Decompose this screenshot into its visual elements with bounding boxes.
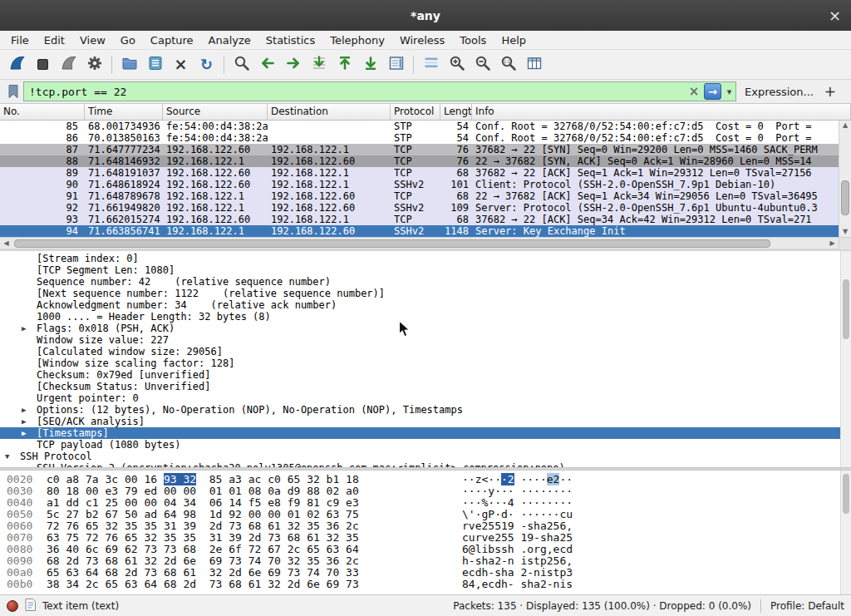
detail-line[interactable]: Acknowledgment number: 34 (relative ack … xyxy=(0,299,851,311)
capture-options-button[interactable] xyxy=(81,52,107,76)
colorize-button[interactable] xyxy=(418,52,444,76)
collapse-icon[interactable]: ▼ xyxy=(5,451,20,462)
next-packet-button[interactable] xyxy=(280,52,306,76)
last-packet-button[interactable] xyxy=(357,52,383,76)
hex-row-0070[interactable]: 007063 75 72 76 65 32 35 35 31 39 2d 73 … xyxy=(0,532,851,544)
scroll-right-icon[interactable]: ▶ xyxy=(826,239,839,247)
menu-tools[interactable]: Tools xyxy=(452,32,494,48)
expand-icon[interactable]: ▶ xyxy=(22,416,37,427)
expand-icon[interactable]: ▶ xyxy=(22,427,37,439)
reload-file-button[interactable]: ↻ xyxy=(194,52,219,76)
hex-row-0030[interactable]: 003080 18 00 e3 79 ed 00 00 01 01 08 0a … xyxy=(0,485,851,497)
detail-line[interactable]: ▶[SEQ/ACK analysis] xyxy=(0,416,851,427)
packet-list-vscrollbar[interactable]: ▲ ▼ xyxy=(839,121,851,237)
detail-line[interactable]: Checksum: 0x79ed [unverified] xyxy=(0,369,851,381)
menu-file[interactable]: File xyxy=(3,32,37,48)
filter-clear-icon[interactable]: × xyxy=(686,84,702,99)
detail-line[interactable]: [TCP Segment Len: 1080] xyxy=(0,264,851,276)
detail-line[interactable]: Urgent pointer: 0 xyxy=(0,392,851,404)
column-header-source[interactable]: Source xyxy=(163,104,268,120)
start-capture-button[interactable] xyxy=(4,52,30,76)
packet-row-94[interactable]: 9471.663856741192.168.122.1192.168.122.6… xyxy=(0,225,839,237)
scroll-down-icon[interactable]: ▼ xyxy=(839,227,851,237)
titlebar[interactable]: *any × xyxy=(0,0,851,31)
first-packet-button[interactable] xyxy=(332,52,357,76)
packet-row-91[interactable]: 9171.648789678192.168.122.1192.168.122.6… xyxy=(0,190,839,202)
hex-row-0090[interactable]: 009068 2d 73 68 61 32 2d 6e 69 73 74 70 … xyxy=(0,555,851,567)
scrollbar-thumb[interactable] xyxy=(843,474,849,514)
detail-line[interactable]: Window size value: 227 xyxy=(0,334,851,346)
packet-row-92[interactable]: 9271.661949820192.168.122.1192.168.122.6… xyxy=(0,202,839,214)
close-file-button[interactable]: × xyxy=(168,52,194,76)
packet-list-hscrollbar[interactable]: ◀ ▶ xyxy=(0,237,851,249)
filter-add-button[interactable]: + xyxy=(819,83,841,100)
packet-row-89[interactable]: 8971.648191037192.168.122.60192.168.122.… xyxy=(0,167,839,179)
menu-capture[interactable]: Capture xyxy=(143,32,201,48)
save-file-button[interactable] xyxy=(142,52,168,76)
column-header-info[interactable]: Info xyxy=(472,104,851,120)
zoom-out-button[interactable] xyxy=(470,52,495,76)
menu-go[interactable]: Go xyxy=(113,32,143,48)
filter-dropdown-icon[interactable]: ▾ xyxy=(723,86,735,97)
zoom-in-button[interactable] xyxy=(444,52,470,76)
packet-row-87[interactable]: 8771.647777234192.168.122.60192.168.122.… xyxy=(0,144,839,155)
detail-line[interactable]: [Stream index: 0] xyxy=(0,253,851,264)
filter-input[interactable]: !tcp.port == 22 xyxy=(24,86,686,98)
scrollbar-thumb[interactable] xyxy=(841,180,849,215)
resize-columns-button[interactable] xyxy=(521,52,547,76)
hscroll-track[interactable] xyxy=(12,239,826,249)
detail-line[interactable]: [Calculated window size: 29056] xyxy=(0,346,851,357)
expert-info-icon[interactable] xyxy=(7,600,18,612)
menu-analyze[interactable]: Analyze xyxy=(201,32,258,48)
column-header-no[interactable]: No. xyxy=(0,104,85,120)
stop-capture-button[interactable] xyxy=(30,52,56,76)
column-header-length[interactable]: Length xyxy=(440,104,472,120)
menu-view[interactable]: View xyxy=(72,32,113,48)
previous-packet-button[interactable] xyxy=(254,52,280,76)
window-close-button[interactable]: × xyxy=(829,8,841,23)
status-profile[interactable]: Profile: Default xyxy=(770,600,844,612)
hscroll-thumb[interactable] xyxy=(14,239,770,248)
capture-comment-icon[interactable] xyxy=(24,598,37,614)
detail-line[interactable]: TCP payload (1080 bytes) xyxy=(0,439,851,451)
hex-row-0060[interactable]: 006072 76 65 32 35 35 31 39 2d 73 68 61 … xyxy=(0,520,851,532)
find-packet-button[interactable] xyxy=(229,52,254,76)
menu-help[interactable]: Help xyxy=(494,32,534,48)
packet-row-85[interactable]: 8568.001734936fe:54:00:d4:38:2aSTP54Conf… xyxy=(0,121,839,132)
hex-row-0080[interactable]: 008036 40 6c 69 62 73 73 68 2e 6f 72 67 … xyxy=(0,544,851,555)
display-filter-field[interactable]: !tcp.port == 22 × → ▾ xyxy=(23,81,736,101)
detail-line[interactable]: Sequence number: 42 (relative sequence n… xyxy=(0,276,851,288)
packet-row-93[interactable]: 9371.662015274192.168.122.60192.168.122.… xyxy=(0,214,839,225)
scroll-left-icon[interactable]: ◀ xyxy=(0,239,12,247)
expression-button[interactable]: Expression... xyxy=(745,86,814,98)
menu-wireless[interactable]: Wireless xyxy=(392,32,452,48)
filter-apply-button[interactable]: → xyxy=(704,83,721,100)
packet-row-90[interactable]: 9071.648618924192.168.122.60192.168.122.… xyxy=(0,179,839,190)
menu-telephony[interactable]: Telephony xyxy=(322,32,392,48)
filter-bookmark-icon[interactable] xyxy=(5,81,22,101)
expand-icon[interactable]: ▶ xyxy=(22,323,37,334)
hex-row-00b0[interactable]: 00b038 34 2c 65 63 64 68 2d 73 68 61 32 … xyxy=(0,579,851,590)
detail-line[interactable]: ▶[Timestamps] xyxy=(0,427,851,439)
hex-row-0040[interactable]: 0040a1 dd c1 25 00 00 04 34 06 14 f5 e8 … xyxy=(0,497,851,509)
auto-scroll-button[interactable] xyxy=(383,52,409,76)
detail-line[interactable]: ▶Flags: 0x018 (PSH, ACK) xyxy=(0,323,851,334)
column-header-protocol[interactable]: Protocol xyxy=(391,104,440,120)
goto-packet-button[interactable] xyxy=(306,52,332,76)
column-header-time[interactable]: Time xyxy=(85,104,163,120)
zoom-original-button[interactable]: 1:1 xyxy=(495,52,521,76)
hex-row-0020[interactable]: 0020c0 a8 7a 3c 00 16 93 32 85 a3 ac c0 … xyxy=(0,474,851,485)
restart-capture-button[interactable] xyxy=(56,52,81,76)
hex-row-00a0[interactable]: 00a065 63 64 68 2d 73 68 61 32 2d 6e 69 … xyxy=(0,567,851,579)
hex-vscrollbar[interactable] xyxy=(840,471,851,594)
detail-line[interactable]: ▶Options: (12 bytes), No-Operation (NOP)… xyxy=(0,404,851,416)
hex-row-0050[interactable]: 00505c 27 b2 67 50 ad 64 98 1d 92 00 00 … xyxy=(0,509,851,520)
detail-line[interactable]: SSH Version 2 (encryption:chacha20-poly1… xyxy=(0,462,851,467)
expand-icon[interactable]: ▶ xyxy=(22,404,37,416)
packet-row-86[interactable]: 8670.013850163fe:54:00:d4:38:2aSTP54Conf… xyxy=(0,132,839,144)
details-vscrollbar[interactable] xyxy=(840,251,851,467)
packet-row-88[interactable]: 8871.648146932192.168.122.1192.168.122.6… xyxy=(0,155,839,167)
scrollbar-thumb[interactable] xyxy=(843,279,849,339)
open-file-button[interactable] xyxy=(116,52,142,76)
column-header-destination[interactable]: Destination xyxy=(268,104,391,120)
